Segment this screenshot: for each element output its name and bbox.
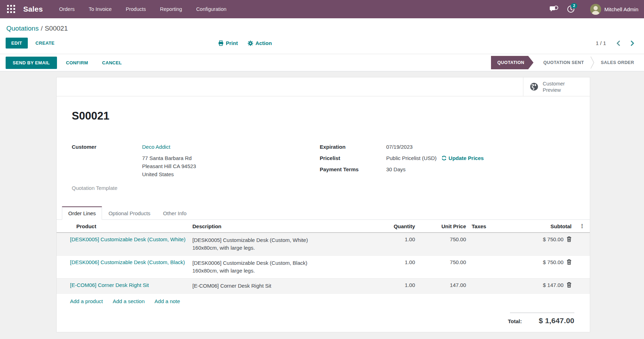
quantity-cell[interactable]: 1.00 (376, 233, 418, 256)
print-button[interactable]: Print (218, 40, 238, 46)
add-a-note-link[interactable]: Add a note (154, 298, 180, 304)
subtotal-value: $ 147.00 (543, 282, 563, 288)
line-add-actions: Add a product Add a section Add a note (57, 294, 590, 308)
table-row[interactable]: [E-COM06] Corner Desk Right Sit [E-COM06… (57, 279, 590, 294)
customer-link[interactable]: Deco Addict (142, 144, 170, 150)
pager-next-button[interactable] (628, 40, 637, 47)
activity-count-badge: 2 (571, 3, 577, 8)
quotation-number-title: S00021 (72, 110, 590, 122)
table-row[interactable]: [DESK0005] Customizable Desk (Custom, Wh… (57, 233, 590, 256)
column-header-quantity[interactable]: Quantity (376, 220, 418, 233)
systray: 2 Mitchell Admin (547, 3, 638, 15)
product-link[interactable]: [DESK0006] Customizable Desk (Custom, Bl… (70, 259, 185, 265)
subtotal-value: $ 750.00 (543, 259, 563, 265)
delete-line-button[interactable] (567, 259, 572, 265)
content-area: Customer Preview S00021 Customer Deco Ad… (0, 71, 644, 332)
globe-icon (530, 82, 538, 91)
customer-preview-label: Customer Preview (543, 81, 565, 93)
column-header-description[interactable]: Description (190, 220, 376, 233)
customer-address: 77 Santa Barbara Rd Pleasant Hill CA 945… (142, 154, 320, 178)
row-handle[interactable] (57, 256, 70, 279)
quotation-form-sheet: Customer Preview S00021 Customer Deco Ad… (56, 77, 590, 332)
statusbar: SEND BY EMAIL CONFIRM CANCEL QUOTATION Q… (0, 54, 644, 71)
control-panel: Quotations/S00021 EDIT CREATE Print (0, 18, 644, 54)
chevron-separator-icon (590, 56, 594, 69)
total-label: Total: (508, 318, 522, 324)
breadcrumb-separator: / (41, 25, 43, 32)
delete-line-button[interactable] (567, 282, 572, 288)
add-a-product-link[interactable]: Add a product (70, 298, 103, 304)
activities-clock-icon[interactable]: 2 (564, 3, 578, 15)
column-header-product[interactable]: Product (70, 220, 190, 233)
pager-previous-button[interactable] (614, 40, 623, 47)
payment-terms-label: Payment Terms (320, 165, 386, 173)
state-sales-order[interactable]: SALES ORDER (594, 60, 640, 65)
field-group: Customer Deco Addict 77 Santa Barbara Rd… (57, 143, 590, 191)
pricelist-value[interactable]: Public Pricelist (USD) (386, 154, 436, 162)
quantity-cell[interactable]: 1.00 (376, 256, 418, 279)
table-row[interactable]: [DESK0006] Customizable Desk (Custom, Bl… (57, 256, 590, 279)
nav-menus: Orders To Invoice Products Reporting Con… (52, 0, 234, 18)
sheet-button-box: Customer Preview (57, 77, 590, 96)
breadcrumb-quotations[interactable]: Quotations (6, 25, 39, 32)
delete-line-button[interactable] (567, 236, 572, 242)
unit-price-cell[interactable]: 750.00 (418, 233, 469, 256)
nav-item-orders[interactable]: Orders (52, 0, 82, 18)
payment-terms-value[interactable]: 30 Days (386, 165, 406, 173)
quotation-template-label: Quotation Template (72, 185, 320, 191)
row-handle[interactable] (57, 233, 70, 256)
state-quotation[interactable]: QUOTATION (491, 56, 534, 69)
expiration-label: Expiration (320, 143, 386, 151)
order-lines-table: Product Description Quantity Unit Price … (57, 220, 590, 294)
update-prices-button[interactable]: Update Prices (441, 154, 484, 162)
customer-preview-button[interactable]: Customer Preview (523, 77, 590, 96)
nav-item-products[interactable]: Products (119, 0, 153, 18)
totals-block: Total: $ 1,647.00 (57, 313, 574, 325)
column-header-subtotal[interactable]: Subtotal (515, 220, 574, 233)
nav-item-configuration[interactable]: Configuration (189, 0, 234, 18)
total-amount: $ 1,647.00 (539, 316, 574, 325)
column-header-taxes[interactable]: Taxes (469, 220, 515, 233)
gear-icon (248, 40, 253, 46)
refresh-icon (441, 155, 447, 161)
create-button[interactable]: CREATE (31, 38, 59, 49)
tab-other-info[interactable]: Other Info (157, 206, 193, 220)
action-button[interactable]: Action (248, 40, 272, 46)
unit-price-cell[interactable]: 750.00 (418, 256, 469, 279)
column-options-icon[interactable]: ⋮ (577, 223, 587, 229)
print-icon (218, 40, 224, 46)
pricelist-label: Pricelist (320, 154, 386, 162)
confirm-button[interactable]: CONFIRM (61, 57, 93, 69)
pager-count: 1 / 1 (596, 40, 606, 46)
breadcrumb-current: S00021 (45, 25, 68, 32)
customer-label: Customer (72, 143, 142, 151)
column-header-unit-price[interactable]: Unit Price (418, 220, 469, 233)
quantity-cell[interactable]: 1.00 (376, 279, 418, 294)
product-link[interactable]: [E-COM06] Corner Desk Right Sit (70, 282, 149, 288)
row-handle[interactable] (57, 279, 70, 294)
cancel-button[interactable]: CANCEL (97, 57, 127, 69)
messages-icon[interactable] (547, 3, 561, 15)
add-a-section-link[interactable]: Add a section (113, 298, 145, 304)
nav-item-to-invoice[interactable]: To Invoice (82, 0, 119, 18)
nav-item-reporting[interactable]: Reporting (153, 0, 189, 18)
taxes-cell[interactable] (469, 233, 515, 256)
taxes-cell[interactable] (469, 256, 515, 279)
taxes-cell[interactable] (469, 279, 515, 294)
status-pipeline: QUOTATION QUOTATION SENT SALES ORDER (491, 56, 640, 69)
breadcrumb: Quotations/S00021 (6, 25, 638, 32)
app-title[interactable]: Sales (23, 5, 43, 13)
send-by-email-button[interactable]: SEND BY EMAIL (6, 57, 57, 69)
tab-optional-products[interactable]: Optional Products (102, 206, 157, 220)
user-name: Mitchell Admin (604, 6, 638, 12)
apps-grid-icon[interactable] (7, 5, 15, 13)
unit-price-cell[interactable]: 147.00 (418, 279, 469, 294)
expiration-value[interactable]: 07/19/2023 (386, 143, 413, 151)
tab-order-lines[interactable]: Order Lines (62, 206, 102, 220)
notebook-tabs: Order Lines Optional Products Other Info (57, 206, 590, 220)
edit-button[interactable]: EDIT (6, 38, 28, 49)
user-menu[interactable]: Mitchell Admin (590, 4, 638, 15)
top-navbar: Sales Orders To Invoice Products Reporti… (0, 0, 644, 18)
state-quotation-sent[interactable]: QUOTATION SENT (537, 60, 591, 65)
product-link[interactable]: [DESK0005] Customizable Desk (Custom, Wh… (70, 236, 185, 242)
